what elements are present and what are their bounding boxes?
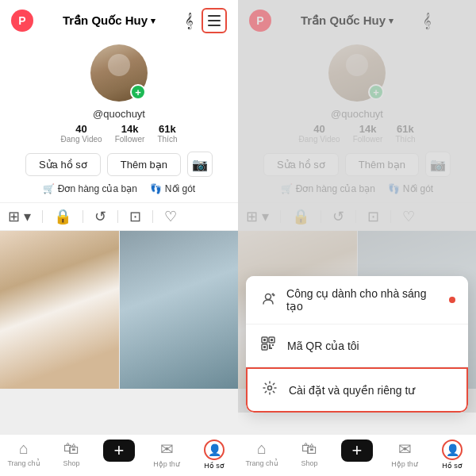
- right-nav-home[interactable]: ⌂ Trang chủ: [238, 440, 286, 470]
- nav-home[interactable]: ⌂ Trang chủ: [0, 440, 48, 470]
- settings-icon: [260, 380, 279, 400]
- right-shop-icon: 🛍: [301, 440, 317, 458]
- nav-profile[interactable]: 👤 Hồ sơ: [190, 440, 238, 470]
- stat-videos: 40 Đang Video: [61, 123, 102, 144]
- cart-icon: 🛒: [43, 183, 55, 194]
- menu-item-settings[interactable]: Cài đặt và quyền riêng tư: [246, 367, 468, 413]
- video-thumb-1[interactable]: [0, 231, 119, 389]
- video-grid: [0, 231, 238, 434]
- right-nav-profile[interactable]: 👤 Hồ sơ: [428, 440, 476, 470]
- menu-item-creator-tools[interactable]: Công cụ dành cho nhà sáng tạo: [246, 276, 468, 324]
- nav-inbox[interactable]: ✉ Hộp thư: [143, 440, 190, 470]
- follow-icon: 👣: [150, 183, 162, 194]
- svg-point-11: [268, 386, 272, 390]
- creator-tools-label: Công cụ dành cho nhà sáng tạo: [286, 287, 440, 313]
- instagram-button[interactable]: 📷: [187, 152, 213, 177]
- nav-shop[interactable]: 🛍 Shop: [48, 440, 95, 470]
- profile-section: + @quochuyt 40 Đang Video 14k Follower 6…: [0, 38, 238, 202]
- chat-icon: ✉: [160, 440, 174, 459]
- repost-tab[interactable]: ↺: [94, 208, 106, 225]
- svg-rect-8: [272, 344, 274, 346]
- lock-tab[interactable]: 🔒: [54, 208, 71, 225]
- menu-button[interactable]: [202, 8, 227, 33]
- svg-rect-6: [263, 346, 266, 348]
- content-tabs: ⊞ ▾ 🔒 ↺ ⊡ ♡: [0, 202, 238, 231]
- right-bottom-nav: ⌂ Trang chủ 🛍 Shop + ✉ Hộp thư 👤 Hồ sơ: [238, 434, 476, 476]
- menu-item-qr[interactable]: Mã QR của tôi: [246, 324, 468, 367]
- qr-icon: [259, 336, 278, 355]
- edit-profile-button[interactable]: Sửa hồ sơ: [25, 153, 101, 176]
- nav-create[interactable]: +: [95, 440, 143, 470]
- like-tab[interactable]: ♡: [164, 208, 177, 225]
- app-logo: P: [11, 10, 33, 32]
- right-panel: P Trần Quốc Huy ▾ 𝄞 + @quochuyt 40: [238, 0, 476, 476]
- right-nav-create[interactable]: +: [333, 440, 381, 470]
- quick-links: 🛒 Đơn hàng của bạn 👣 Nối gót: [43, 183, 195, 194]
- video-thumb-2[interactable]: [120, 231, 239, 389]
- home-icon: ⌂: [19, 440, 29, 458]
- right-nav-shop[interactable]: 🛍 Shop: [286, 440, 333, 470]
- stats-row: 40 Đang Video 14k Follower 61k Thích: [61, 123, 178, 144]
- dropdown-menu: Công cụ dành cho nhà sáng tạo Mã QR: [246, 276, 468, 413]
- right-nav-inbox[interactable]: ✉ Hộp thư: [381, 440, 428, 470]
- left-header: P Trần Quốc Huy ▾ 𝄞: [0, 0, 238, 38]
- svg-rect-4: [263, 339, 266, 341]
- plus-icon: +: [103, 440, 135, 462]
- username: @quochuyt: [93, 108, 145, 120]
- right-home-icon: ⌂: [257, 440, 267, 458]
- instagram-icon: 📷: [192, 157, 208, 172]
- profile-name[interactable]: Trần Quốc Huy ▾: [63, 13, 155, 28]
- svg-rect-10: [269, 346, 271, 349]
- stat-likes: 61k Thích: [157, 123, 177, 144]
- chevron-icon: ▾: [151, 16, 155, 26]
- add-friend-button[interactable]: Thêm bạn: [107, 153, 181, 176]
- hamburger-icon: [208, 15, 221, 26]
- action-buttons: Sửa hồ sơ Thêm bạn 📷: [25, 152, 213, 177]
- avatar-container: +: [90, 44, 148, 102]
- qr-label: Mã QR của tôi: [287, 340, 359, 352]
- headphone-icon[interactable]: 𝄞: [185, 13, 194, 29]
- follow-link[interactable]: 👣 Nối gót: [150, 183, 195, 194]
- left-panel: P Trần Quốc Huy ▾ 𝄞 + @quochuyt 40: [0, 0, 238, 476]
- notification-dot: [449, 297, 455, 303]
- right-chat-icon: ✉: [398, 440, 412, 459]
- shop-icon: 🛍: [63, 440, 79, 458]
- right-profile-icon: 👤: [442, 440, 463, 460]
- svg-rect-5: [271, 339, 273, 341]
- svg-point-0: [265, 294, 271, 299]
- settings-label: Cài đặt và quyền riêng tư: [289, 384, 415, 397]
- profile-icon: 👤: [204, 440, 225, 460]
- bookmark-tab[interactable]: ⊡: [129, 208, 141, 225]
- svg-rect-9: [271, 347, 272, 349]
- stat-followers: 14k Follower: [115, 123, 145, 144]
- right-plus-icon: +: [341, 440, 373, 462]
- grid-tab[interactable]: ⊞ ▾: [8, 208, 31, 225]
- orders-link[interactable]: 🛒 Đơn hàng của bạn: [43, 183, 137, 194]
- svg-rect-7: [269, 344, 271, 346]
- add-avatar-button[interactable]: +: [130, 84, 146, 100]
- bottom-nav: ⌂ Trang chủ 🛍 Shop + ✉ Hộp thư 👤 Hồ sơ: [0, 434, 238, 476]
- header-icons: 𝄞: [185, 8, 227, 33]
- creator-tools-icon: [259, 290, 277, 310]
